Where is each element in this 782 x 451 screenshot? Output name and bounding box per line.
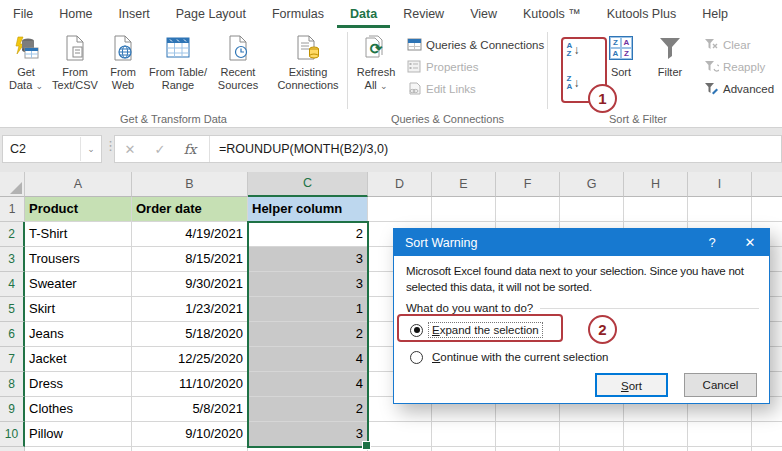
- column-header[interactable]: G: [560, 172, 624, 197]
- radio-button-selected[interactable]: [410, 324, 423, 337]
- ribbon-tab[interactable]: Review: [390, 0, 457, 28]
- row-header[interactable]: 10: [0, 422, 25, 447]
- row-header[interactable]: 4: [0, 272, 25, 297]
- row-header[interactable]: 9: [0, 397, 25, 422]
- product-header-cell[interactable]: Product: [25, 197, 132, 222]
- cancel-button[interactable]: Cancel: [684, 373, 757, 397]
- from-text-csv-button[interactable]: From Text/CSV: [49, 28, 101, 92]
- column-header[interactable]: F: [496, 172, 560, 197]
- ribbon-tab[interactable]: Formulas: [259, 0, 337, 28]
- ribbon-tab[interactable]: View: [457, 0, 510, 28]
- empty-cell[interactable]: [688, 422, 752, 447]
- get-data-button[interactable]: Get Data ⌄: [3, 28, 49, 93]
- column-header[interactable]: H: [624, 172, 688, 197]
- filter-button[interactable]: Filter: [647, 28, 693, 79]
- empty-cell[interactable]: [496, 197, 560, 222]
- helper-value-cell[interactable]: 4: [248, 347, 368, 372]
- helper-value-cell[interactable]: 3: [248, 247, 368, 272]
- column-header[interactable]: A: [25, 172, 132, 197]
- product-cell[interactable]: T-Shirt: [25, 222, 132, 247]
- ribbon-tab[interactable]: Data: [337, 0, 390, 28]
- order-date-cell[interactable]: 12/25/2020: [132, 347, 248, 372]
- ribbon-tab[interactable]: Help: [689, 0, 741, 28]
- row-header-11[interactable]: 11: [0, 447, 25, 451]
- column-header[interactable]: C: [248, 172, 368, 197]
- dialog-close-button[interactable]: ✕: [731, 235, 769, 250]
- empty-cell[interactable]: [25, 447, 132, 451]
- empty-cell[interactable]: [496, 447, 560, 451]
- row-header[interactable]: 2: [0, 222, 25, 247]
- column-header[interactable]: B: [132, 172, 248, 197]
- sort-a-to-z-button[interactable]: AZ ↓: [558, 37, 588, 63]
- empty-cell[interactable]: [752, 422, 782, 447]
- helper-value-cell[interactable]: 1: [248, 297, 368, 322]
- empty-cell[interactable]: [688, 197, 752, 222]
- product-cell[interactable]: Jacket: [25, 347, 132, 372]
- properties-button[interactable]: Properties: [406, 57, 544, 76]
- dialog-help-button[interactable]: ?: [693, 235, 731, 250]
- product-cell[interactable]: Dress: [25, 372, 132, 397]
- ribbon-tab[interactable]: Page Layout: [163, 0, 259, 28]
- radio-button-unselected[interactable]: [410, 351, 423, 364]
- select-all-button[interactable]: [0, 172, 25, 197]
- row-header[interactable]: 7: [0, 347, 25, 372]
- order-date-cell[interactable]: 5/18/2020: [132, 322, 248, 347]
- existing-connections-button[interactable]: Existing Connections: [270, 28, 346, 92]
- helper-value-cell[interactable]: 2: [248, 397, 368, 422]
- helper-value-cell[interactable]: 2: [248, 322, 368, 347]
- row-header[interactable]: 5: [0, 297, 25, 322]
- order-date-header-cell[interactable]: Order date: [132, 197, 248, 222]
- helper-value-cell[interactable]: 3: [248, 422, 368, 447]
- order-date-cell[interactable]: 9/10/2020: [132, 422, 248, 447]
- empty-cell[interactable]: [752, 447, 782, 451]
- empty-cell[interactable]: [368, 447, 432, 451]
- empty-cell[interactable]: [752, 197, 782, 222]
- helper-value-cell[interactable]: 3: [248, 272, 368, 297]
- column-header[interactable]: E: [432, 172, 496, 197]
- empty-cell[interactable]: [496, 422, 560, 447]
- helper-value-cell[interactable]: 2: [248, 222, 368, 247]
- product-cell[interactable]: Pillow: [25, 422, 132, 447]
- row-header[interactable]: 6: [0, 322, 25, 347]
- row-header[interactable]: 3: [0, 247, 25, 272]
- empty-cell[interactable]: [432, 422, 496, 447]
- empty-cell[interactable]: [624, 197, 688, 222]
- order-date-cell[interactable]: 9/30/2021: [132, 272, 248, 297]
- formula-text[interactable]: =ROUNDUP(MONTH(B2)/3,0): [210, 142, 388, 156]
- empty-cell[interactable]: [368, 422, 432, 447]
- confirm-entry-icon[interactable]: ✓: [145, 142, 175, 157]
- name-box[interactable]: C2 ⌄: [2, 135, 102, 163]
- helper-column-header-cell[interactable]: Helper column: [248, 197, 368, 222]
- from-table-range-button[interactable]: From Table/ Range: [145, 28, 211, 92]
- refresh-all-button[interactable]: ⟳ Refresh All ⌄: [352, 28, 400, 93]
- ribbon-tab[interactable]: Home: [46, 0, 105, 28]
- recent-sources-button[interactable]: Recent Sources: [211, 28, 265, 92]
- column-header[interactable]: I: [688, 172, 752, 197]
- empty-cell[interactable]: [560, 422, 624, 447]
- order-date-cell[interactable]: 5/8/2021: [132, 397, 248, 422]
- ribbon-tab[interactable]: Insert: [106, 0, 163, 28]
- order-date-cell[interactable]: 11/10/2020: [132, 372, 248, 397]
- empty-cell[interactable]: [248, 447, 368, 451]
- name-box-dropdown-icon[interactable]: ⌄: [80, 137, 101, 161]
- empty-cell[interactable]: [368, 197, 432, 222]
- dialog-title-bar[interactable]: Sort Warning ? ✕: [394, 229, 769, 256]
- reapply-filter-button[interactable]: Reapply: [703, 57, 774, 76]
- ribbon-tab[interactable]: File: [0, 0, 46, 28]
- continue-selection-option[interactable]: Continue with the current selection: [410, 350, 611, 364]
- order-date-cell[interactable]: 8/15/2021: [132, 247, 248, 272]
- row-header-1[interactable]: 1: [0, 197, 25, 222]
- ribbon-tab[interactable]: Kutools Plus: [594, 0, 689, 28]
- sort-confirm-button[interactable]: Sort: [595, 373, 668, 397]
- empty-cell[interactable]: [432, 447, 496, 451]
- row-header[interactable]: 8: [0, 372, 25, 397]
- clear-filter-button[interactable]: Clear: [703, 35, 774, 54]
- sort-button[interactable]: ZAAZ Sort: [600, 28, 642, 79]
- empty-cell[interactable]: [624, 422, 688, 447]
- queries-connections-button[interactable]: Queries & Connections: [406, 35, 544, 54]
- ribbon-tab[interactable]: Kutools ™: [510, 0, 594, 28]
- product-cell[interactable]: Jeans: [25, 322, 132, 347]
- advanced-filter-button[interactable]: Advanced: [703, 79, 774, 98]
- cancel-entry-icon[interactable]: ✕: [115, 142, 145, 157]
- empty-cell[interactable]: [132, 447, 248, 451]
